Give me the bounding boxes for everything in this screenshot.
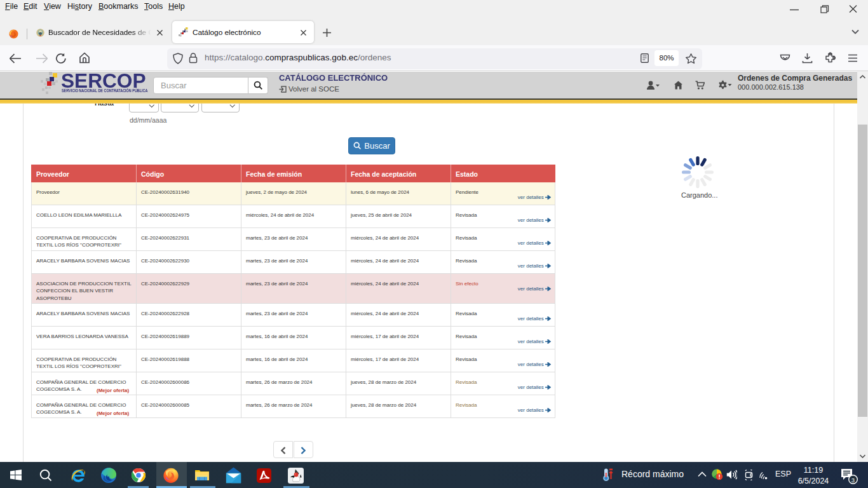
svg-text:3: 3: [851, 477, 855, 484]
